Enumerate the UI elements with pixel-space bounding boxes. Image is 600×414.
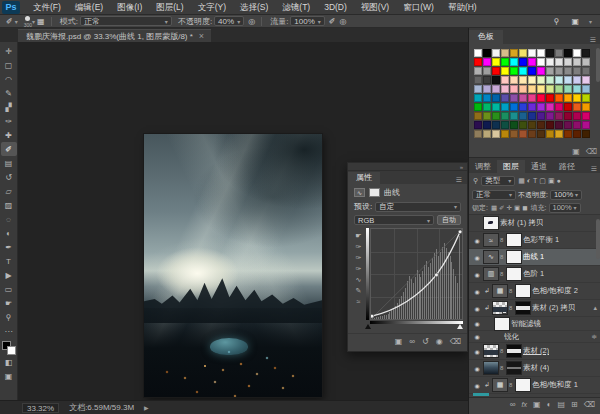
- search-icon[interactable]: ⚲: [472, 177, 479, 185]
- color-swatch[interactable]: [492, 85, 500, 93]
- layer-mask-thumbnail[interactable]: [507, 345, 521, 357]
- swatches-scrollbar[interactable]: [596, 48, 600, 82]
- eraser-tool-icon[interactable]: ▱: [1, 184, 17, 198]
- color-swatch[interactable]: [492, 76, 500, 84]
- color-swatch[interactable]: [582, 130, 590, 138]
- airbrush-icon[interactable]: ✐: [327, 17, 338, 26]
- color-swatch[interactable]: [537, 112, 545, 120]
- delete-layer-icon[interactable]: ⌫: [584, 400, 595, 409]
- color-swatch[interactable]: [582, 58, 590, 66]
- panel-menu-icon[interactable]: ☰: [456, 176, 467, 184]
- gray-point-eyedropper-icon[interactable]: ✑: [356, 254, 362, 262]
- color-swatch[interactable]: [564, 76, 572, 84]
- move-tool-icon[interactable]: ✛: [1, 44, 17, 58]
- menu-item-5[interactable]: 选择(S): [233, 0, 275, 15]
- reset-icon[interactable]: ↺: [422, 337, 429, 346]
- color-swatch[interactable]: [582, 112, 590, 120]
- layer-row[interactable]: ◉智能滤镜: [469, 317, 600, 331]
- color-swatch[interactable]: [546, 112, 554, 120]
- document-tab[interactable]: 魏鹏庆海报.psd @ 33.3%(曲线 1, 图层蒙版/8) * ×: [18, 29, 211, 42]
- color-swatch[interactable]: [555, 67, 563, 75]
- color-swatch[interactable]: [537, 130, 545, 138]
- lock-position-icon[interactable]: ✛: [506, 204, 513, 212]
- color-swatch[interactable]: [555, 85, 563, 93]
- layer-name[interactable]: 色相/饱和度 2: [532, 286, 578, 296]
- color-swatch[interactable]: [564, 94, 572, 102]
- layer-mask-thumbnail[interactable]: [516, 302, 530, 314]
- color-swatch[interactable]: [492, 103, 500, 111]
- color-swatch[interactable]: [492, 121, 500, 129]
- color-swatch[interactable]: [564, 85, 572, 93]
- color-balance-icon[interactable]: ≈: [484, 234, 498, 246]
- color-swatch[interactable]: [519, 112, 527, 120]
- layer-row[interactable]: ◉↲8素材 (2) 拷贝▴: [469, 300, 600, 317]
- brush-preset-picker[interactable]: 300: [24, 16, 32, 27]
- color-swatch[interactable]: [564, 130, 572, 138]
- layer-name[interactable]: 曲线 1: [523, 252, 544, 262]
- color-swatch[interactable]: [501, 103, 509, 111]
- color-swatch[interactable]: [528, 130, 536, 138]
- color-swatch[interactable]: [501, 112, 509, 120]
- color-swatch[interactable]: [519, 49, 527, 57]
- layer-visibility-eye-icon[interactable]: ◉: [472, 382, 482, 389]
- color-swatch[interactable]: [483, 76, 491, 84]
- menu-item-9[interactable]: 窗口(W): [396, 0, 441, 15]
- color-swatch[interactable]: [564, 58, 572, 66]
- color-swatch[interactable]: [474, 49, 482, 57]
- status-chevron-icon[interactable]: ▶: [144, 404, 149, 411]
- curve-point[interactable]: [458, 230, 462, 234]
- layer-name[interactable]: 色相/饱和度 1: [532, 380, 578, 390]
- color-swatch[interactable]: [474, 121, 482, 129]
- layer-mask-thumbnail[interactable]: [507, 362, 521, 374]
- black-point-eyedropper-icon[interactable]: ✑: [356, 243, 362, 251]
- mask-badge-icon[interactable]: [369, 188, 380, 197]
- color-swatch[interactable]: [546, 67, 554, 75]
- menu-item-1[interactable]: 编辑(E): [68, 0, 110, 15]
- color-swatch[interactable]: [510, 94, 518, 102]
- panel-menu-icon[interactable]: ☰: [590, 36, 600, 44]
- color-swatch[interactable]: [519, 130, 527, 138]
- targeted-adjustment-icon[interactable]: ☛: [355, 232, 361, 240]
- color-swatch[interactable]: [555, 121, 563, 129]
- blend-mode-select[interactable]: 正常 ▾: [80, 16, 172, 26]
- color-swatch[interactable]: [555, 58, 563, 66]
- layers-hscrollbar[interactable]: [473, 393, 489, 396]
- color-swatch[interactable]: [573, 67, 581, 75]
- layer-row[interactable]: ◉∿8曲线 1: [469, 249, 600, 266]
- color-swatch[interactable]: [492, 130, 500, 138]
- color-swatch[interactable]: [537, 76, 545, 84]
- color-swatch[interactable]: [582, 85, 590, 93]
- zoom-tool-icon[interactable]: ⚲: [1, 310, 17, 324]
- layer-visibility-eye-icon[interactable]: ◉: [472, 288, 482, 295]
- color-swatch[interactable]: [537, 67, 545, 75]
- color-swatch[interactable]: [573, 76, 581, 84]
- color-swatch[interactable]: [573, 94, 581, 102]
- layer-row[interactable]: ◉≈8色彩平衡 1: [469, 232, 600, 249]
- mask-link-icon[interactable]: 8: [500, 237, 505, 243]
- mask-link-icon[interactable]: 8: [500, 271, 505, 277]
- filter-switch-icon[interactable]: ●: [556, 177, 562, 185]
- tab-layers[interactable]: 图层: [497, 160, 525, 173]
- white-input-slider[interactable]: [457, 324, 463, 329]
- tab-channels[interactable]: 通道: [525, 160, 553, 173]
- color-swatch[interactable]: [483, 130, 491, 138]
- color-swatch[interactable]: [483, 112, 491, 120]
- color-swatch[interactable]: [492, 67, 500, 75]
- menu-item-10[interactable]: 帮助(H): [441, 0, 484, 15]
- color-swatch[interactable]: [555, 130, 563, 138]
- panel-header-strip[interactable]: »: [348, 163, 467, 171]
- filter-kind-select[interactable]: 类型 ▾: [481, 176, 515, 186]
- auto-button[interactable]: 自动: [437, 215, 461, 225]
- mask-link-icon[interactable]: 8: [500, 365, 505, 371]
- pressure-size-icon[interactable]: ◎: [338, 17, 349, 26]
- color-swatch[interactable]: [528, 94, 536, 102]
- color-swatch[interactable]: [501, 85, 509, 93]
- brush-tool-icon[interactable]: ✐: [1, 142, 17, 156]
- color-swatch[interactable]: [573, 85, 581, 93]
- color-swatch[interactable]: [537, 121, 545, 129]
- shape-tool-icon[interactable]: ▭: [1, 282, 17, 296]
- menu-item-2[interactable]: 图像(I): [110, 0, 149, 15]
- color-swatch[interactable]: [501, 67, 509, 75]
- eyedropper-tool-icon[interactable]: ✑: [1, 114, 17, 128]
- color-swatch[interactable]: [537, 94, 545, 102]
